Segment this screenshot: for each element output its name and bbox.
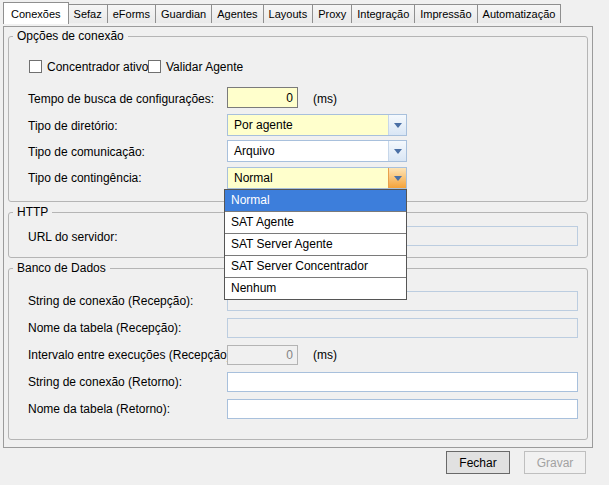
tipo-diretorio-select[interactable]: Por agente: [227, 114, 407, 136]
tipo-comunicacao-dropdown-button[interactable]: [388, 141, 406, 161]
tab-integracao[interactable]: Integração: [351, 4, 415, 23]
tab-proxy[interactable]: Proxy: [312, 4, 352, 23]
gravar-button[interactable]: Gravar: [524, 451, 586, 474]
tipo-diretorio-dropdown-button[interactable]: [388, 115, 406, 135]
chevron-down-icon: [394, 123, 402, 128]
url-servidor-label: URL do servidor:: [28, 230, 118, 244]
chevron-down-icon: [394, 176, 402, 181]
concentrador-ativo-label: Concentrador ativo: [47, 60, 148, 74]
intervalo-execucoes-recepcao-input[interactable]: [227, 345, 298, 365]
dropdown-option-sat-server-agente[interactable]: SAT Server Agente: [225, 234, 406, 256]
tab-guardian[interactable]: Guardian: [155, 4, 212, 23]
tipo-contingencia-select[interactable]: Normal: [227, 167, 407, 189]
string-conexao-retorno-label: String de conexão (Retorno):: [28, 375, 182, 389]
group-http-title: HTTP: [13, 205, 52, 219]
nome-tabela-recepcao-input[interactable]: [227, 318, 578, 338]
nome-tabela-retorno-label: Nome da tabela (Retorno):: [28, 402, 170, 416]
tipo-contingencia-value: Normal: [228, 168, 388, 188]
tipo-contingencia-dropdown-list: Normal SAT Agente SAT Server Agente SAT …: [224, 189, 407, 300]
tempo-busca-label: Tempo de busca de configurações:: [28, 92, 214, 106]
validar-agente-label: Validar Agente: [166, 60, 243, 74]
tipo-comunicacao-label: Tipo de comunicação:: [28, 145, 145, 159]
validar-agente-checkbox[interactable]: [148, 60, 161, 73]
tab-automatizacao[interactable]: Automatização: [477, 4, 562, 23]
intervalo-execucoes-recepcao-unit: (ms): [313, 348, 337, 362]
fechar-button[interactable]: Fechar: [446, 451, 510, 474]
tipo-comunicacao-select[interactable]: Arquivo: [227, 140, 407, 162]
tempo-busca-input[interactable]: [227, 87, 298, 108]
dropdown-option-sat-agente[interactable]: SAT Agente: [225, 212, 406, 234]
string-conexao-recepcao-label: String de conexão (Recepção):: [28, 294, 193, 308]
string-conexao-retorno-input[interactable]: [227, 372, 578, 392]
tab-strip: Conexões Sefaz eForms Guardian Agentes L…: [3, 2, 560, 23]
tempo-busca-unit: (ms): [313, 92, 337, 106]
tab-impressao[interactable]: Impressão: [414, 4, 477, 23]
tipo-comunicacao-value: Arquivo: [228, 141, 388, 161]
settings-window: Conexões Sefaz eForms Guardian Agentes L…: [0, 0, 609, 485]
nome-tabela-recepcao-label: Nome da tabela (Recepção):: [28, 321, 181, 335]
tipo-diretorio-label: Tipo de diretório:: [28, 119, 118, 133]
dropdown-option-normal[interactable]: Normal: [225, 190, 406, 212]
tipo-contingencia-dropdown-button[interactable]: [388, 168, 406, 188]
tipo-diretorio-value: Por agente: [228, 115, 388, 135]
chevron-down-icon: [394, 149, 402, 154]
dropdown-option-nenhum[interactable]: Nenhum: [225, 278, 406, 299]
group-opcoes-conexao-title: Opções de conexão: [13, 29, 128, 43]
group-banco-dados-title: Banco de Dados: [13, 261, 110, 275]
intervalo-execucoes-recepcao-label: Intervalo entre execuções (Recepção):: [28, 348, 234, 362]
dropdown-option-sat-server-concentrador[interactable]: SAT Server Concentrador: [225, 256, 406, 278]
tab-layouts[interactable]: Layouts: [263, 4, 314, 23]
tab-sefaz[interactable]: Sefaz: [68, 4, 108, 23]
concentrador-ativo-checkbox[interactable]: [29, 60, 42, 73]
tab-eforms[interactable]: eForms: [107, 4, 156, 23]
tab-conexoes[interactable]: Conexões: [3, 2, 69, 24]
tipo-contingencia-label: Tipo de contingência:: [28, 171, 142, 185]
tab-agentes[interactable]: Agentes: [211, 4, 263, 23]
nome-tabela-retorno-input[interactable]: [227, 399, 578, 419]
